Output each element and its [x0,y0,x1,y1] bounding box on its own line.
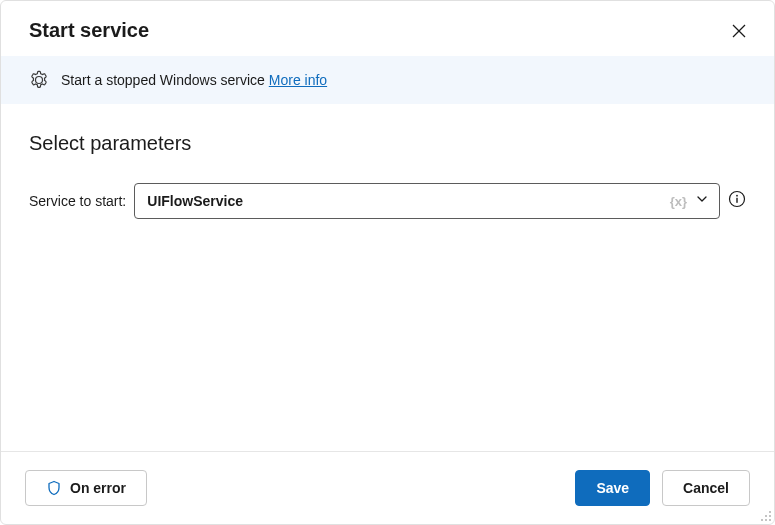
dialog-header: Start service [1,1,774,56]
svg-point-5 [769,511,771,513]
svg-point-10 [769,519,771,521]
variable-icon[interactable]: {x} [670,194,687,209]
start-service-dialog: Start service Start a stopped Windows se… [0,0,775,525]
on-error-label: On error [70,480,126,496]
resize-handle-icon[interactable] [760,510,772,522]
dialog-body: Select parameters Service to start: {x} [1,104,774,451]
svg-point-6 [765,515,767,517]
footer-actions: Save Cancel [575,470,750,506]
cancel-label: Cancel [683,480,729,496]
banner-text: Start a stopped Windows service More inf… [61,72,327,88]
svg-point-7 [769,515,771,517]
field-label: Service to start: [29,193,126,209]
section-heading: Select parameters [29,132,746,155]
banner-description: Start a stopped Windows service [61,72,269,88]
gear-icon [29,70,49,90]
svg-point-9 [765,519,767,521]
dialog-title: Start service [29,19,149,42]
info-banner: Start a stopped Windows service More inf… [1,56,774,104]
save-label: Save [596,480,629,496]
svg-point-3 [736,195,738,197]
info-icon[interactable] [728,190,746,212]
close-button[interactable] [728,20,750,42]
close-icon [732,24,746,38]
dialog-footer: On error Save Cancel [1,451,774,524]
service-to-start-field: Service to start: {x} [29,183,746,219]
svg-point-8 [761,519,763,521]
on-error-button[interactable]: On error [25,470,147,506]
service-input[interactable] [147,193,669,209]
more-info-link[interactable]: More info [269,72,327,88]
service-combobox[interactable]: {x} [134,183,720,219]
svg-rect-4 [736,198,737,203]
cancel-button[interactable]: Cancel [662,470,750,506]
save-button[interactable]: Save [575,470,650,506]
chevron-down-icon[interactable] [693,190,711,212]
shield-icon [46,480,62,496]
